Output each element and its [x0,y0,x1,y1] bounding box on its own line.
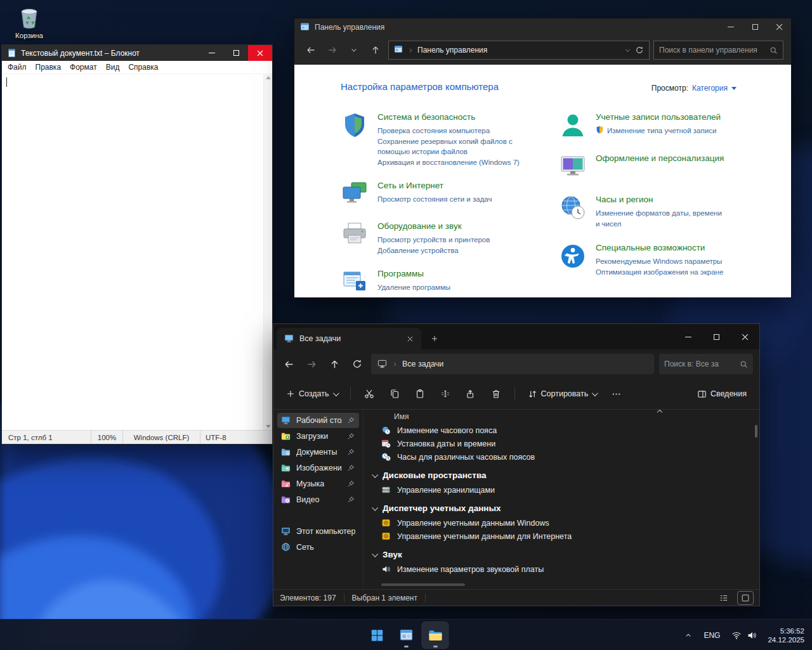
column-header-name[interactable]: Имя [371,410,759,424]
task-link[interactable]: Добавление устройства [377,245,490,256]
forward-button[interactable] [303,354,320,374]
language-indicator[interactable]: ENG [699,624,724,647]
explorer-close-button[interactable] [731,324,759,349]
address-bar[interactable]: Панель управления [388,41,650,60]
new-button[interactable]: Создать [280,384,344,403]
category-title-link[interactable]: Учетные записи пользователей [596,112,721,122]
menu-file[interactable]: Файл [3,62,31,73]
copy-button[interactable] [383,383,407,405]
task-link[interactable]: Просмотр устройств и принтеров [377,235,490,245]
task-item-credentials-windows[interactable]: Управление учетными данными Windows [371,516,759,530]
back-button[interactable] [302,41,320,60]
refresh-icon[interactable] [635,46,644,55]
sidebar-item-this-pc[interactable]: Этот компьютер [277,524,359,539]
category-title-link[interactable]: Оборудование и звук [377,221,490,231]
category-title-link[interactable]: Сеть и Интернет [377,181,492,190]
clock[interactable]: 5:36:52 24.12.2025 [764,627,804,644]
explorer-search-input[interactable] [664,360,737,368]
task-link[interactable]: Удаление программы [377,282,450,293]
breadcrumb[interactable]: Панель управления [417,46,487,55]
sidebar-item-pictures[interactable]: Изображения [277,460,359,476]
menu-view[interactable]: Вид [102,62,124,73]
recent-pages-chevron[interactable] [345,41,363,60]
notepad-close-button[interactable] [248,45,272,61]
group-header-storage-spaces[interactable]: Дисковые пространства [371,467,759,483]
taskbar-control-panel-button[interactable] [393,622,419,648]
more-button[interactable] [604,383,628,405]
explorer-maximize-button[interactable] [702,324,731,349]
group-header-sound[interactable]: Звук [371,546,759,562]
scroll-up-arrow[interactable] [266,76,271,79]
control-panel-titlebar[interactable]: Панель управления [294,18,791,36]
task-link[interactable]: Оптимизация изображения на экране [596,267,723,278]
explorer-search[interactable] [659,354,753,374]
group-header-credential-manager[interactable]: Диспетчер учетных данных [371,500,759,516]
up-button[interactable] [325,354,343,374]
category-title-link[interactable]: Часы и регион [596,195,723,204]
up-button[interactable] [367,41,384,60]
task-link[interactable]: Просмотр состояния сети и задач [377,194,492,205]
category-title-link[interactable]: Оформление и персонализация [596,153,724,163]
network-volume-button[interactable] [727,624,761,647]
recycle-bin[interactable]: Корзина [5,4,53,39]
task-item-world-clocks[interactable]: Часы для различных часовых поясов [371,450,759,464]
task-link[interactable]: Рекомендуемые Windows параметры [596,256,723,267]
forward-button[interactable] [324,41,341,60]
sidebar-item-documents[interactable]: Документы [277,445,359,460]
notepad-minimize-button[interactable] [200,45,224,61]
explorer-tabbar[interactable]: Все задачи [273,324,759,349]
category-title-link[interactable]: Специальные возможности [596,243,723,252]
breadcrumb[interactable]: Все задачи [402,360,443,368]
taskbar-explorer-button[interactable] [422,622,449,648]
task-link[interactable]: Проверка состояния компьютера [377,126,520,136]
delete-button[interactable] [484,383,508,405]
notepad-maximize-button[interactable] [224,45,248,61]
control-panel-search-input[interactable] [659,46,766,55]
explorer-minimize-button[interactable] [674,324,702,349]
back-button[interactable] [280,354,298,374]
cp-maximize-button[interactable] [743,18,767,36]
notepad-titlebar[interactable]: Текстовый документ.txt – Блокнот [2,45,272,61]
task-item-storage[interactable]: Управление хранилищами [371,483,759,497]
new-tab-button[interactable] [426,330,443,347]
task-item-sound-card[interactable]: Изменение параметров звуковой платы [371,562,759,576]
cp-minimize-button[interactable] [719,18,743,36]
scroll-down-arrow[interactable] [266,425,271,428]
task-item-credentials-internet[interactable]: Управление учетными данными для Интернет… [371,530,759,543]
menu-help[interactable]: Справка [124,62,162,73]
menu-format[interactable]: Формат [65,62,102,73]
tab-close-button[interactable] [403,332,416,345]
sort-button[interactable]: Сортировать [521,384,603,404]
menu-edit[interactable]: Правка [31,62,66,73]
sidebar-item-desktop[interactable]: Рабочий стол [277,413,359,428]
tab-all-tasks[interactable]: Все задачи [277,328,421,349]
notepad-scrollbar[interactable] [263,74,272,430]
category-title-link[interactable]: Программы [377,269,450,278]
details-button[interactable]: Сведения [691,384,753,404]
task-link[interactable]: Сохранение резервных копий файлов с помо… [377,136,516,157]
sidebar-item-music[interactable]: Музыка [277,476,359,491]
scrollbar-thumb[interactable] [755,425,757,438]
cp-close-button[interactable] [767,18,791,36]
sidebar-item-downloads[interactable]: Загрузки [277,429,359,444]
horizontal-scrollbar[interactable] [381,583,465,586]
share-button[interactable] [459,383,483,405]
tray-chevron-up-button[interactable] [680,624,697,647]
task-link[interactable]: Архивация и восстановление (Windows 7) [377,157,520,168]
task-item-set-datetime[interactable]: Установка даты и времени [371,437,759,450]
vertical-scrollbar[interactable] [754,425,757,580]
paste-button[interactable] [408,383,432,405]
address-bar[interactable]: Все задачи [371,354,654,374]
control-panel-search[interactable] [653,41,783,60]
refresh-button[interactable] [348,354,366,374]
details-view-button[interactable] [716,592,731,604]
large-icons-view-button[interactable] [738,592,753,604]
sidebar-item-network[interactable]: Сеть [277,540,359,555]
view-by-value[interactable]: Категория [692,84,728,93]
start-button[interactable] [364,622,390,648]
task-item-timezone[interactable]: Изменение часового пояса [371,424,759,437]
view-by-dropdown-icon[interactable] [731,87,737,90]
cut-button[interactable] [357,383,381,405]
task-link[interactable]: Изменение форматов даты, времени и чисел [596,208,723,229]
rename-button[interactable] [433,383,457,405]
